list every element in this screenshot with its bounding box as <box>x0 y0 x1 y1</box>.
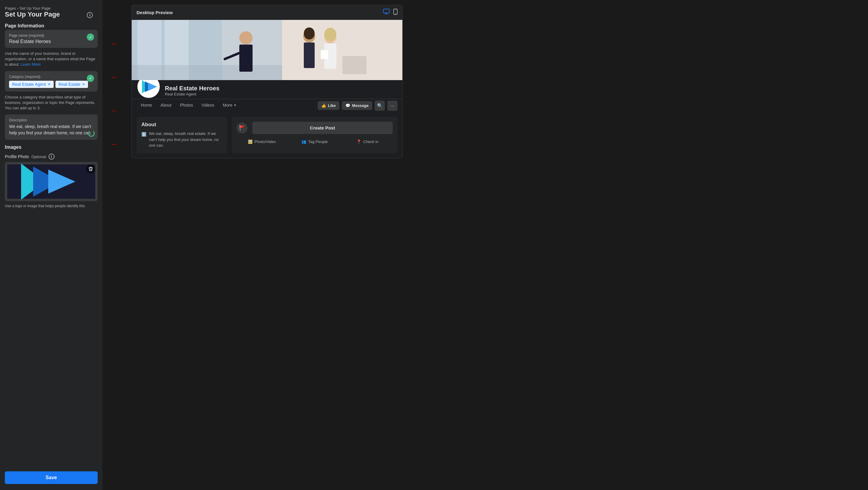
mobile-icon[interactable] <box>393 9 398 16</box>
post-actions: 🖼️ Photo/Video 👥 Tag People 📍 Check in <box>237 137 393 146</box>
svg-rect-12 <box>342 56 367 74</box>
svg-point-5 <box>395 13 396 14</box>
nav-item-more[interactable]: More ▼ <box>218 99 241 112</box>
about-title: About <box>141 122 222 128</box>
preview-header: Desktop Preview <box>132 5 402 20</box>
desktop-icon[interactable] <box>383 9 390 16</box>
profile-photo-helper: Use a logo or image that helps people id… <box>5 204 98 209</box>
description-label: Description <box>9 118 93 122</box>
page-name-check-icon: ✓ <box>87 33 94 41</box>
page-information-title: Page Information <box>5 23 98 29</box>
profile-photo-info-icon[interactable]: ℹ <box>49 154 55 160</box>
nav-actions: 👍 Like 💬 Message 🔍 ··· <box>318 101 398 111</box>
nav-item-photos[interactable]: Photos <box>176 99 197 112</box>
nav-item-about[interactable]: About <box>156 99 176 112</box>
arrow-3: ← <box>111 106 119 116</box>
page-flag-icon: 🚩 <box>237 123 247 133</box>
images-section: Images Profile Photo Optional ℹ <box>5 144 98 209</box>
svg-rect-17 <box>304 42 315 68</box>
description-spinner-icon <box>88 130 95 137</box>
left-panel: Pages › Set Up Your Page Set Up Your Pag… <box>0 0 102 490</box>
message-icon: 💬 <box>345 103 350 108</box>
arrow-4: ← <box>111 139 119 149</box>
about-widget: About ℹ️ We eat, sleep, breath real esta… <box>136 117 227 153</box>
page-name-helper: Use the name of your business, brand or … <box>5 51 98 67</box>
tag-people-icon: 👥 <box>301 139 306 144</box>
tag-close-icon[interactable]: ✕ <box>82 82 85 87</box>
search-icon: 🔍 <box>377 103 383 108</box>
tag-label: Real Estate Agent <box>12 82 46 87</box>
tag-people-button[interactable]: 👥 Tag People <box>289 137 340 146</box>
ellipsis-icon: ··· <box>391 103 395 108</box>
tag-real-estate[interactable]: Real Estate ✕ <box>56 81 88 88</box>
page-identity: Real Estate Heroes Real Estate Agent <box>132 80 402 99</box>
delete-icon[interactable] <box>86 164 95 173</box>
profile-photo-header: Profile Photo Optional ℹ <box>5 154 98 160</box>
create-post-button[interactable]: Create Post <box>252 122 393 134</box>
page-content: About ℹ️ We eat, sleep, breath real esta… <box>132 112 402 158</box>
page-category-preview: Real Estate Agent <box>165 92 219 96</box>
profile-photo-label: Profile Photo <box>5 154 29 159</box>
preview-title: Desktop Preview <box>136 10 173 15</box>
page-nav: Home About Photos Videos More ▼ 👍 Like 💬… <box>132 99 402 112</box>
like-icon: 👍 <box>321 103 326 108</box>
svg-marker-2 <box>48 169 75 194</box>
arrow-2: ← <box>111 73 119 82</box>
cover-photo <box>132 20 402 80</box>
arrows-column: ← ← ← ← <box>102 0 127 490</box>
learn-more-link[interactable]: Learn More <box>21 62 41 67</box>
description-text[interactable]: We eat, sleep, breath real estate. If we… <box>9 124 93 136</box>
svg-rect-3 <box>383 9 390 13</box>
breadcrumb: Pages › Set Up Your Page <box>5 6 98 10</box>
info-icon[interactable]: ℹ <box>87 12 93 18</box>
post-header: 🚩 Create Post <box>237 122 393 134</box>
page-information-section: Page Information Page name (required) Re… <box>5 23 98 140</box>
photo-video-button[interactable]: 🖼️ Photo/Video <box>237 137 287 146</box>
image-upload-card[interactable] <box>5 162 98 201</box>
tag-label: Real Estate <box>59 82 80 87</box>
about-description: ℹ️ We eat, sleep, breath real estate. If… <box>141 131 222 149</box>
category-tags-container: Real Estate Agent ✕ Real Estate ✕ <box>9 81 93 88</box>
page-name-area: Real Estate Heroes Real Estate Agent <box>165 85 219 99</box>
page-title: Set Up Your Page <box>5 10 98 19</box>
category-check-icon: ✓ <box>87 75 94 82</box>
optional-label: Optional <box>31 155 46 159</box>
save-button[interactable]: Save <box>5 471 98 484</box>
check-in-icon: 📍 <box>356 139 361 144</box>
search-button[interactable]: 🔍 <box>375 101 385 111</box>
nav-item-home[interactable]: Home <box>136 99 156 112</box>
svg-point-21 <box>324 28 336 41</box>
preview-card: Desktop Preview <box>131 5 403 158</box>
photo-video-icon: 🖼️ <box>248 139 253 144</box>
category-helper: Choose a category that describes what ty… <box>5 95 98 111</box>
svg-rect-14 <box>239 44 253 72</box>
logo-preview <box>7 164 95 199</box>
nav-item-videos[interactable]: Videos <box>197 99 219 112</box>
svg-rect-11 <box>282 20 402 80</box>
svg-point-13 <box>239 31 253 44</box>
arrow-1: ← <box>111 39 119 48</box>
category-label: Category (required) <box>9 75 93 79</box>
preview-icons <box>383 9 398 16</box>
page-name-label: Page name (required) <box>9 33 93 38</box>
svg-rect-22 <box>321 50 328 59</box>
message-button[interactable]: 💬 Message <box>342 101 372 110</box>
like-button[interactable]: 👍 Like <box>318 101 339 110</box>
post-widget: 🚩 Create Post 🖼️ Photo/Video 👥 Tag Peopl… <box>232 117 398 153</box>
page-name-value[interactable]: Real Estate Heroes <box>9 39 93 44</box>
category-card: Category (required) ✓ Real Estate Agent … <box>5 71 98 92</box>
page-name-card: Page name (required) Real Estate Heroes … <box>5 30 98 48</box>
page-name-preview: Real Estate Heroes <box>165 85 219 92</box>
right-panel: Desktop Preview <box>127 0 868 490</box>
chevron-down-icon: ▼ <box>234 104 237 107</box>
more-actions-button[interactable]: ··· <box>387 101 398 111</box>
svg-point-20 <box>304 27 315 39</box>
description-card: Description We eat, sleep, breath real e… <box>5 115 98 140</box>
tag-close-icon[interactable]: ✕ <box>48 82 51 87</box>
nav-items: Home About Photos Videos More ▼ <box>136 99 241 112</box>
tag-real-estate-agent[interactable]: Real Estate Agent ✕ <box>9 81 54 88</box>
images-title: Images <box>5 144 98 150</box>
info-circle-icon: ℹ️ <box>141 131 147 149</box>
check-in-button[interactable]: 📍 Check in <box>342 137 393 146</box>
